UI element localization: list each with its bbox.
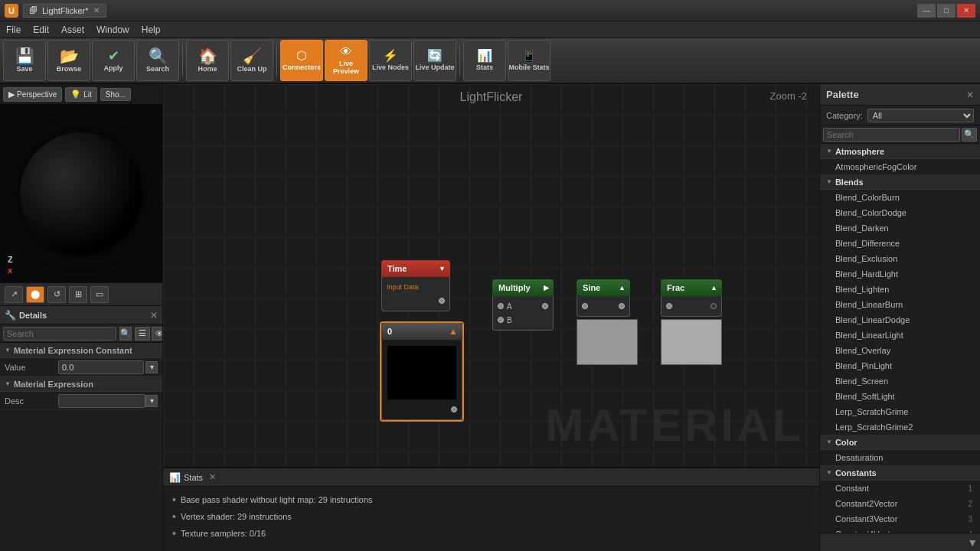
constant-output-port[interactable] — [451, 406, 457, 412]
details-panel: 🔧 Details ✕ 🔍 ☰ 👁 ▼ Material Expression … — [0, 306, 162, 551]
time-output-port[interactable] — [439, 298, 445, 304]
menu-edit[interactable]: Edit — [33, 24, 49, 35]
desc-prop-expand-btn[interactable]: ▾ — [145, 395, 158, 407]
palette-cat-atmosphere[interactable]: Atmosphere — [820, 144, 980, 159]
sine-node-label: Sine — [583, 283, 600, 292]
palette-item-blend-colorburn[interactable]: Blend_ColorBurn — [820, 190, 980, 205]
palette-item-constant[interactable]: Constant 1 — [820, 481, 980, 496]
stats-panel: 📊 Stats ✕ • Base pass shader without lig… — [163, 467, 819, 551]
frac-node[interactable]: Frac — [661, 279, 722, 317]
details-search-input[interactable] — [3, 327, 116, 341]
details-close-icon[interactable]: ✕ — [150, 310, 158, 321]
menu-file[interactable]: File — [6, 24, 21, 35]
menu-asset[interactable]: Asset — [61, 24, 84, 35]
palette-item-blend-linearburn[interactable]: Blend_LinearBurn — [820, 297, 980, 312]
liveupdate-button[interactable]: 🔄 Live Update — [413, 40, 456, 81]
viewport-show-btn[interactable]: Sho... — [100, 88, 131, 101]
details-eye-btn[interactable]: 👁 — [152, 327, 162, 341]
stats-close-btn[interactable]: ✕ — [209, 472, 216, 482]
viewport[interactable]: ▶ Perspective 💡 Lit Sho... Z x — [0, 84, 162, 283]
home-button[interactable]: 🏠 Home — [186, 40, 229, 81]
plane-tool-btn[interactable]: ▭ — [90, 286, 109, 303]
details-search-btn[interactable]: 🔍 — [119, 327, 132, 341]
palette-item-blend-softlight[interactable]: Blend_SoftLight — [820, 389, 980, 404]
menu-help[interactable]: Help — [142, 24, 161, 35]
viewport-toolbar: ▶ Perspective 💡 Lit Sho... — [0, 84, 162, 104]
stats-button[interactable]: 📊 Stats — [463, 40, 506, 81]
sine-input-port[interactable] — [582, 303, 588, 309]
constant-node-header: 0 ▲ — [381, 323, 462, 340]
palette-item-blend-pinlight[interactable]: Blend_PinLight — [820, 358, 980, 373]
select-tool-btn[interactable]: ↗ — [5, 286, 23, 303]
palette-item-lerp-scratchgrime2[interactable]: Lerp_ScratchGrime2 — [820, 419, 980, 435]
left-panel: ▶ Perspective 💡 Lit Sho... Z x — [0, 84, 163, 551]
search-button[interactable]: 🔍 Search — [136, 40, 179, 81]
palette-search-input[interactable] — [823, 128, 960, 142]
connectors-button[interactable]: ⬡ Connectors — [280, 40, 323, 81]
time-output-row — [382, 294, 449, 308]
livepreview-button[interactable]: 👁 Live Preview — [325, 40, 368, 81]
sine-output-port[interactable] — [619, 303, 625, 309]
palette-item-blend-linearlight[interactable]: Blend_LinearLight — [820, 328, 980, 343]
tab-close-icon[interactable]: ✕ — [93, 6, 100, 15]
mat-expr-const-section[interactable]: Material Expression Constant — [0, 343, 162, 358]
palette-item-atmosphericfogcolor[interactable]: AtmosphericFogColor — [820, 159, 980, 174]
scale-tool-btn[interactable]: ⊞ — [69, 286, 87, 303]
desc-prop-input[interactable] — [58, 394, 145, 408]
mobilestats-button[interactable]: 📱 Mobile Stats — [508, 40, 550, 81]
viewport-perspective-btn[interactable]: ▶ Perspective — [3, 87, 62, 102]
frac-output-port[interactable] — [710, 303, 717, 309]
palette-cat-blends[interactable]: Blends — [820, 174, 980, 190]
multiply-b-port[interactable] — [498, 317, 504, 323]
time-node[interactable]: Time Input Data — [381, 260, 450, 311]
maximize-button[interactable]: □ — [937, 4, 956, 18]
value-prop-expand-btn[interactable]: ▾ — [145, 361, 158, 373]
palette-item-blend-lineardodge[interactable]: Blend_LinearDodge — [820, 312, 980, 328]
menu-window[interactable]: Window — [96, 24, 129, 35]
frac-input-port[interactable] — [666, 303, 672, 309]
save-button[interactable]: 💾 Save — [3, 40, 46, 81]
multiply-out-port[interactable] — [542, 303, 548, 309]
palette-item-blend-lighten[interactable]: Blend_Lighten — [820, 282, 980, 297]
value-prop-input[interactable] — [58, 360, 144, 374]
sphere-tool-btn[interactable]: ⬤ — [26, 286, 44, 303]
cleanup-icon: 🧹 — [243, 48, 262, 64]
palette-item-blend-screen[interactable]: Blend_Screen — [820, 373, 980, 389]
title-tab[interactable]: 🗐 LightFlicker* ✕ — [23, 4, 106, 18]
multiply-a-port[interactable] — [498, 303, 504, 309]
mat-expr-section[interactable]: Material Expression — [0, 377, 162, 392]
palette-item-constant4vector[interactable]: Constant4Vector 4 — [820, 527, 980, 533]
stats-tab[interactable]: 📊 Stats ✕ — [169, 472, 216, 483]
cleanup-button[interactable]: 🧹 Clean Up — [230, 40, 273, 81]
viewport-lit-btn[interactable]: 💡 Lit — [65, 87, 97, 102]
rotate-tool-btn[interactable]: ↺ — [47, 286, 66, 303]
palette-item-blend-difference[interactable]: Blend_Difference — [820, 236, 980, 251]
connectors-icon: ⬡ — [296, 50, 307, 62]
apply-button[interactable]: ✔ Apply — [92, 40, 135, 81]
palette-scroll-btn[interactable]: ▼ — [820, 533, 980, 551]
palette-item-desaturation[interactable]: Desaturation — [820, 450, 980, 465]
palette-category-select[interactable]: All — [867, 109, 974, 122]
palette-item-lerp-scratchgrime[interactable]: Lerp_ScratchGrime — [820, 404, 980, 419]
palette-cat-color[interactable]: Color — [820, 435, 980, 450]
palette-item-blend-hardlight[interactable]: Blend_HardLight — [820, 266, 980, 282]
palette-item-blend-colordodge[interactable]: Blend_ColorDodge — [820, 205, 980, 220]
livenodes-button[interactable]: ⚡ Live Nodes — [369, 40, 412, 81]
palette-item-blend-overlay[interactable]: Blend_Overlay — [820, 343, 980, 358]
browse-button[interactable]: 📂 Browse — [47, 40, 90, 81]
palette-item-constant2vector[interactable]: Constant2Vector 2 — [820, 496, 980, 511]
minimize-button[interactable]: — — [917, 4, 936, 18]
palette-close-btn[interactable]: ✕ — [966, 90, 974, 100]
palette-cat-constants[interactable]: Constants — [820, 465, 980, 481]
sine-node[interactable]: Sine — [577, 279, 630, 317]
canvas-area[interactable]: LightFlicker Zoom -2 Time — [163, 84, 819, 467]
details-list-view-btn[interactable]: ☰ — [135, 327, 150, 341]
palette-search-btn[interactable]: 🔍 — [962, 128, 977, 142]
constant-node[interactable]: 0 ▲ — [380, 321, 464, 422]
multiply-node[interactable]: Multiply A B — [492, 279, 554, 331]
close-button[interactable]: ✕ — [957, 4, 975, 18]
scroll-down-icon[interactable]: ▼ — [967, 536, 978, 549]
palette-item-blend-darken[interactable]: Blend_Darken — [820, 220, 980, 236]
palette-item-constant3vector[interactable]: Constant3Vector 3 — [820, 511, 980, 527]
palette-item-blend-exclusion[interactable]: Blend_Exclusion — [820, 251, 980, 266]
